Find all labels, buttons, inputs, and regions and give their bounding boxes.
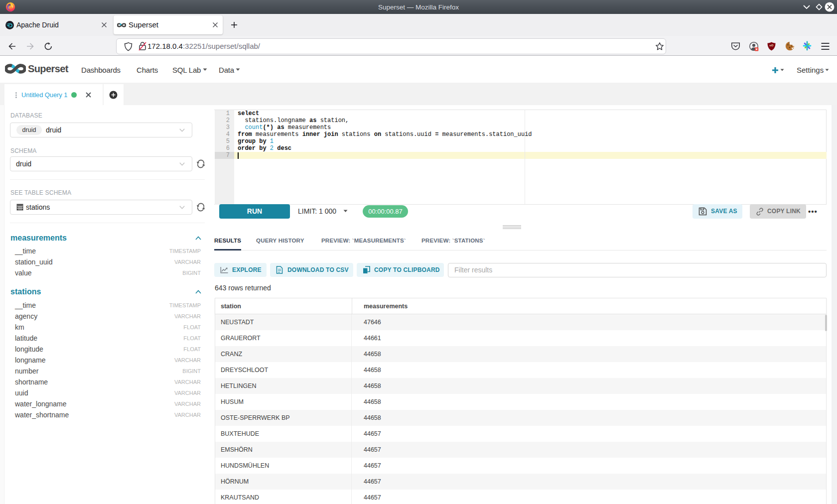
svg-text:uO: uO bbox=[770, 44, 774, 47]
